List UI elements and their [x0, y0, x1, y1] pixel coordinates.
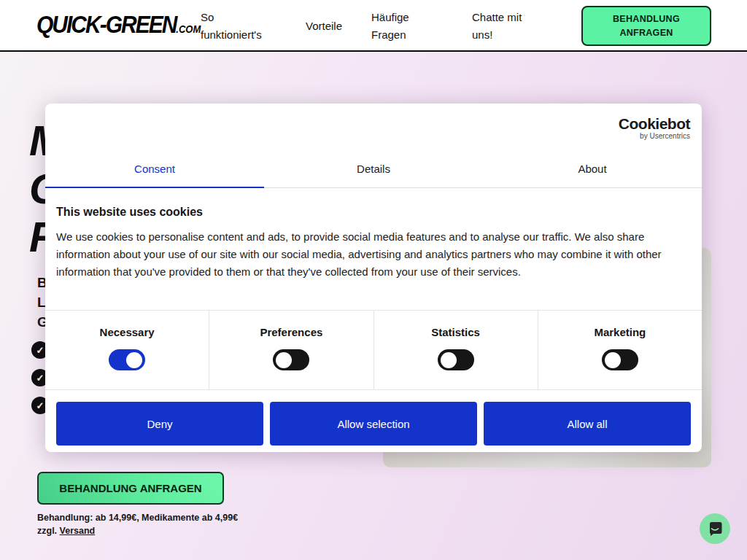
- tab-about[interactable]: About: [483, 149, 702, 187]
- necessary-toggle[interactable]: [109, 349, 145, 370]
- toggle-knob: [441, 352, 457, 368]
- chat-launcher-button[interactable]: [700, 513, 730, 544]
- preferences-toggle[interactable]: [273, 349, 309, 370]
- cookiebot-brand: Cookiebot by Usercentrics: [619, 116, 690, 140]
- logo-text: QUICK-GREEN: [36, 12, 176, 38]
- toggle-label: Necessary: [100, 326, 155, 338]
- cookie-category-toggles: Necessary Preferences Statistics Marketi…: [45, 310, 702, 390]
- top-navigation-bar: QUICK-GREEN.COM So funktioniert's Vortei…: [0, 0, 747, 52]
- toggle-label: Statistics: [431, 326, 480, 338]
- allow-selection-button[interactable]: Allow selection: [270, 402, 477, 446]
- nav-item-vorteile[interactable]: Vorteile: [306, 0, 357, 52]
- toggle-label: Preferences: [260, 326, 322, 338]
- toggle-knob: [276, 352, 292, 368]
- nav-item-label: Vorteile: [306, 18, 342, 35]
- nav-item-label: So funktioniert's: [201, 9, 274, 44]
- price-line1: Behandlung: ab 14,99€, Medikamente ab 4,…: [37, 513, 238, 523]
- toggle-knob: [126, 352, 142, 368]
- toggle-knob: [605, 352, 621, 368]
- cookie-category-marketing: Marketing: [538, 311, 702, 389]
- nav-item-chatte-mit-uns[interactable]: Chatte mit uns!: [472, 0, 538, 52]
- site-logo[interactable]: QUICK-GREEN.COM: [36, 12, 201, 39]
- price-note: Behandlung: ab 14,99€, Medikamente ab 4,…: [37, 511, 238, 537]
- price-line2-prefix: zzgl.: [37, 526, 60, 536]
- tab-consent[interactable]: Consent: [45, 149, 264, 187]
- cookiebot-byline: by Usercentrics: [619, 132, 690, 140]
- cookie-category-statistics: Statistics: [374, 311, 538, 389]
- cookie-dialog-content: This website uses cookies We use cookies…: [56, 206, 691, 281]
- logo-tld: .COM: [176, 23, 201, 35]
- cookie-dialog-tabs: Consent Details About: [45, 149, 702, 188]
- nav-item-haeufige-fragen[interactable]: Häufige Fragen: [371, 0, 422, 52]
- cookiebot-logo: Cookiebot: [619, 116, 690, 131]
- nav-item-so-funktionierts[interactable]: So funktioniert's: [201, 0, 274, 52]
- nav-item-label: Chatte mit uns!: [472, 9, 538, 44]
- hero-behandlung-anfragen-button[interactable]: BEHANDLUNG ANFRAGEN: [37, 472, 224, 505]
- chat-bubble-icon: [707, 521, 723, 537]
- cookie-category-preferences: Preferences: [209, 311, 374, 389]
- nav-item-label: Häufige Fragen: [371, 9, 422, 44]
- toggle-label: Marketing: [594, 326, 646, 338]
- allow-all-button[interactable]: Allow all: [484, 402, 691, 446]
- versand-link[interactable]: Versand: [60, 526, 96, 536]
- cookie-category-necessary: Necessary: [45, 311, 209, 389]
- header-behandlung-anfragen-button[interactable]: BEHANDLUNG ANFRAGEN: [581, 6, 711, 46]
- cookie-dialog-buttons: Deny Allow selection Allow all: [56, 402, 691, 446]
- tab-details[interactable]: Details: [264, 149, 483, 187]
- cookie-consent-dialog: Cookiebot by Usercentrics Consent Detail…: [45, 104, 702, 452]
- marketing-toggle[interactable]: [602, 349, 638, 370]
- cookie-dialog-title: This website uses cookies: [56, 206, 691, 219]
- statistics-toggle[interactable]: [438, 349, 474, 370]
- cookie-dialog-body-text: We use cookies to personalise content an…: [56, 228, 691, 281]
- deny-button[interactable]: Deny: [56, 402, 263, 446]
